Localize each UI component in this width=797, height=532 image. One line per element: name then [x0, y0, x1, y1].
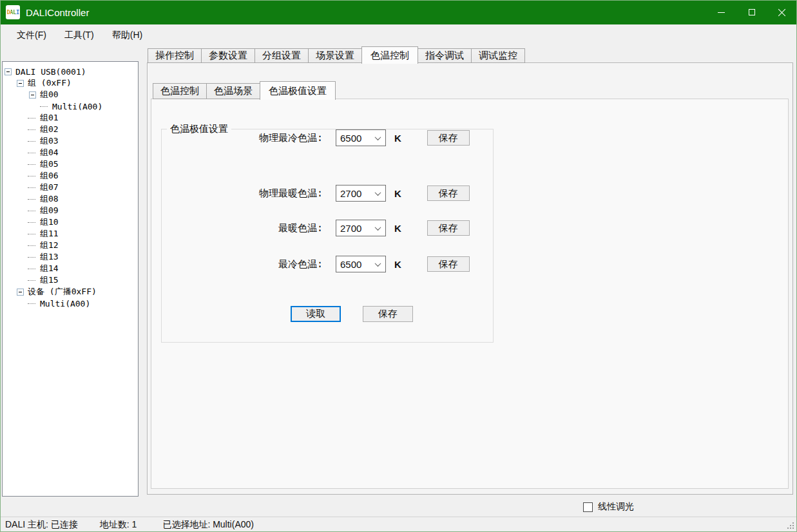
tree-indent [3, 129, 29, 130]
resize-grip-dots [792, 527, 794, 529]
collapse-icon[interactable] [29, 277, 36, 284]
row-save-button[interactable]: 保存 [427, 185, 470, 201]
row-save-button[interactable]: 保存 [427, 256, 470, 272]
main-tab[interactable]: 调试监控 [471, 48, 525, 63]
minimize-button[interactable] [706, 0, 736, 24]
menu-item[interactable]: 文件(F) [8, 24, 55, 46]
tree-item-label: 组15 [39, 274, 60, 286]
tree-item[interactable]: 组05 [3, 158, 138, 170]
collapse-icon[interactable] [29, 265, 36, 272]
sub-tab-label: 色温场景 [214, 85, 253, 97]
color-temp-combobox[interactable]: 6500 [336, 256, 386, 272]
tree-item[interactable]: 组12 [3, 240, 138, 251]
collapse-icon[interactable] [29, 196, 36, 203]
tree-item[interactable]: 组08 [3, 193, 138, 205]
collapse-icon[interactable] [29, 115, 36, 122]
minimize-icon [718, 12, 725, 13]
form-row: 最冷色温: 6500 K 保存 [162, 256, 493, 272]
tree-item-label: Multi(A00) [51, 102, 104, 111]
tree-item[interactable]: 组13 [3, 251, 138, 263]
collapse-icon[interactable] [29, 254, 36, 261]
collapse-icon[interactable] [29, 242, 36, 249]
form-row-label: 物理最冷色温: [162, 132, 323, 144]
color-temp-combobox[interactable]: 2700 [336, 220, 386, 236]
tree-indent [3, 303, 29, 304]
main-tab[interactable]: 色温控制 [361, 46, 418, 64]
main-tab-label: 操作控制 [155, 50, 194, 62]
maximize-button[interactable] [736, 0, 767, 24]
collapse-icon[interactable] [29, 184, 36, 191]
tree-item[interactable]: 组04 [3, 147, 138, 158]
collapse-icon[interactable] [29, 219, 36, 226]
tree-item[interactable]: 组15 [3, 274, 138, 286]
tree-item[interactable]: 设备 (广播0xFF) [3, 286, 138, 298]
tree-item[interactable]: 组02 [3, 124, 138, 135]
collapse-icon[interactable] [29, 231, 36, 238]
collapse-icon[interactable] [29, 173, 36, 180]
main-tabstrip: 操作控制 参数设置 分组设置 场景设置 色温控制 指令调试 调试监控 [148, 48, 524, 63]
tree-item-label: 组10 [39, 216, 60, 228]
tree-item[interactable]: DALI USB(0001) [3, 66, 138, 77]
collapse-icon[interactable] [29, 91, 36, 99]
tree-indent [3, 106, 41, 107]
tree-item-label: 组13 [39, 251, 60, 263]
main-tab[interactable]: 参数设置 [201, 48, 255, 63]
tree-item[interactable]: 组10 [3, 216, 138, 228]
main-tab-label: 分组设置 [262, 50, 301, 62]
tree-indent [3, 118, 29, 119]
sub-tab-label: 色温极值设置 [269, 85, 327, 97]
sub-tab[interactable]: 色温极值设置 [260, 81, 336, 100]
menu-item[interactable]: 工具(T) [55, 24, 103, 46]
tree-item[interactable]: 组14 [3, 263, 138, 274]
tree-item[interactable]: 组03 [3, 135, 138, 147]
menu-item[interactable]: 帮助(H) [103, 24, 151, 46]
main-tab[interactable]: 指令调试 [418, 48, 472, 63]
tree-item[interactable]: 组11 [3, 228, 138, 240]
tree-indent [3, 153, 29, 153]
tree-item-label: DALI USB(0001) [14, 67, 88, 77]
collapse-icon[interactable] [41, 103, 48, 110]
collapse-icon[interactable] [29, 300, 36, 307]
resize-grip[interactable] [786, 521, 795, 530]
linear-dimming-checkbox[interactable] [583, 502, 593, 512]
collapse-icon[interactable] [29, 138, 36, 145]
row-save-button[interactable]: 保存 [427, 130, 470, 146]
sub-tab[interactable]: 色温控制 [153, 83, 207, 99]
save-all-button[interactable]: 保存 [363, 306, 413, 322]
collapse-icon[interactable] [5, 68, 12, 75]
main-tab[interactable]: 操作控制 [148, 48, 202, 63]
tree-item[interactable]: 组 (0xFF) [3, 77, 138, 89]
read-button[interactable]: 读取 [291, 306, 341, 322]
tree-item-label: 组00 [39, 89, 60, 100]
tree-item[interactable]: 组00 [3, 89, 138, 100]
main-tab[interactable]: 场景设置 [308, 48, 362, 63]
tree-item-label: 组11 [39, 228, 60, 240]
collapse-icon[interactable] [29, 161, 36, 168]
tree-item-label: 组12 [39, 240, 60, 251]
collapse-icon[interactable] [29, 207, 36, 214]
tree-indent [3, 187, 29, 188]
tree-item[interactable]: Multi(A00) [3, 100, 138, 112]
tree-item-label: 组03 [39, 135, 60, 147]
row-save-button[interactable]: 保存 [427, 220, 470, 236]
collapse-icon[interactable] [29, 149, 36, 157]
tree-indent [3, 211, 29, 211]
form-row-label: 物理最暖色温: [162, 187, 323, 200]
sub-tab[interactable]: 色温场景 [206, 83, 260, 99]
tree-item[interactable]: 组01 [3, 112, 138, 124]
main-tab[interactable]: 分组设置 [254, 48, 309, 63]
collapse-icon[interactable] [29, 126, 36, 133]
tree-item-label: 组09 [39, 205, 60, 216]
tree-item[interactable]: Multi(A00) [3, 298, 138, 309]
titlebar: DALI DALIController [0, 0, 797, 24]
color-temp-combobox[interactable]: 2700 [336, 185, 386, 202]
tree-item[interactable]: 组09 [3, 205, 138, 216]
collapse-icon[interactable] [17, 80, 24, 87]
tree-item[interactable]: 组07 [3, 182, 138, 193]
tree-indent [3, 222, 29, 223]
color-temp-combobox[interactable]: 6500 [336, 129, 386, 146]
main-tab-label: 调试监控 [479, 50, 517, 62]
close-button[interactable] [767, 0, 797, 24]
collapse-icon[interactable] [17, 289, 24, 296]
tree-item[interactable]: 组06 [3, 170, 138, 182]
